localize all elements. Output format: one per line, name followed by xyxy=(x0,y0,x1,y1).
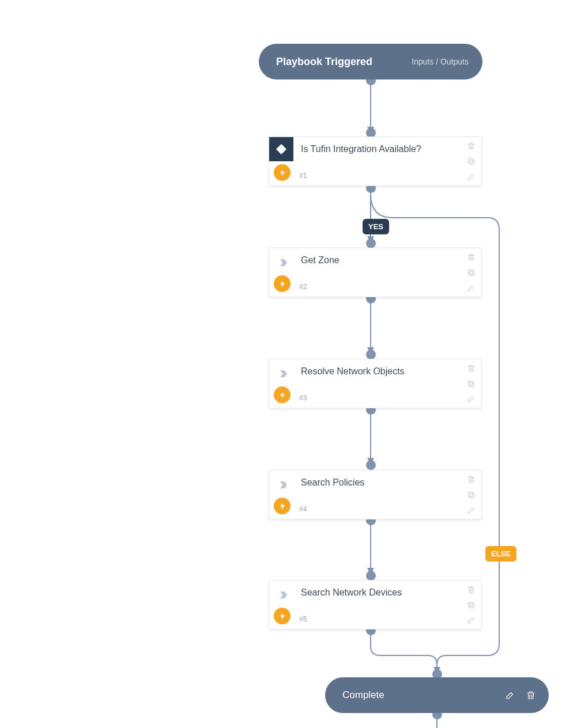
trash-icon[interactable] xyxy=(467,253,476,261)
step-title: Resolve Network Objects xyxy=(301,366,454,377)
svg-rect-15 xyxy=(470,604,474,608)
trash-icon[interactable] xyxy=(526,690,536,700)
connector-dot xyxy=(366,571,376,581)
edit-icon[interactable] xyxy=(467,172,476,181)
playbook-start-title: Playbook Triggered xyxy=(276,56,372,68)
connector-dot xyxy=(366,460,376,470)
complete-label: Complete xyxy=(342,689,384,701)
connector-dot xyxy=(366,238,376,248)
svg-rect-8 xyxy=(469,158,473,163)
svg-rect-11 xyxy=(470,382,474,387)
copy-icon[interactable] xyxy=(467,268,476,277)
copy-icon[interactable] xyxy=(467,380,476,388)
step-title: Is Tufin Integration Available? xyxy=(301,144,454,154)
edit-icon[interactable] xyxy=(467,395,476,403)
svg-rect-10 xyxy=(469,270,473,274)
edit-icon[interactable] xyxy=(467,283,476,292)
svg-rect-7 xyxy=(470,160,474,165)
step-index: #5 xyxy=(299,615,307,623)
trash-icon[interactable] xyxy=(467,475,476,484)
edit-icon[interactable] xyxy=(505,690,515,700)
svg-rect-6 xyxy=(276,144,286,154)
svg-rect-9 xyxy=(470,271,474,276)
step-card-condition[interactable]: Is Tufin Integration Available? #1 xyxy=(269,136,482,186)
edit-icon[interactable] xyxy=(467,506,476,514)
connector-dot xyxy=(366,350,376,359)
step-card[interactable]: Get Zone #2 xyxy=(269,248,482,297)
step-card[interactable]: Search Policies #4 xyxy=(269,470,482,520)
edit-icon[interactable] xyxy=(467,616,476,624)
step-card[interactable]: Search Network Devices #5 xyxy=(269,580,482,630)
inputs-outputs-link[interactable]: Inputs / Outputs xyxy=(412,57,469,66)
step-card[interactable]: Resolve Network Objects #3 xyxy=(269,359,482,408)
step-index: #4 xyxy=(299,505,307,513)
trash-icon[interactable] xyxy=(467,585,476,594)
step-title: Get Zone xyxy=(301,255,454,266)
copy-icon[interactable] xyxy=(467,157,476,166)
svg-rect-16 xyxy=(469,602,473,606)
branch-else-label: ELSE xyxy=(485,546,516,562)
action-chevron-icon xyxy=(274,585,293,605)
bolt-icon xyxy=(274,498,291,514)
action-chevron-icon xyxy=(274,475,293,495)
bolt-icon xyxy=(274,608,291,624)
playbook-start-node[interactable]: Playbook Triggered Inputs / Outputs xyxy=(259,44,482,79)
condition-icon xyxy=(269,137,293,161)
step-title: Search Policies xyxy=(301,477,454,488)
copy-icon[interactable] xyxy=(467,491,476,499)
copy-icon[interactable] xyxy=(467,601,476,609)
svg-rect-14 xyxy=(469,492,473,496)
bolt-icon xyxy=(274,164,291,181)
step-index: #1 xyxy=(299,172,307,180)
playbook-complete-node[interactable]: Complete xyxy=(325,677,549,713)
trash-icon[interactable] xyxy=(467,364,476,373)
action-chevron-icon xyxy=(274,253,293,272)
step-index: #2 xyxy=(299,283,307,291)
branch-yes-label: YES xyxy=(363,219,389,234)
bolt-icon xyxy=(274,275,291,292)
step-index: #3 xyxy=(299,394,307,402)
bolt-icon xyxy=(274,386,291,403)
action-chevron-icon xyxy=(274,364,293,384)
trash-icon[interactable] xyxy=(467,142,476,150)
svg-rect-12 xyxy=(469,381,473,385)
svg-rect-13 xyxy=(470,494,474,498)
step-title: Search Network Devices xyxy=(301,587,454,598)
